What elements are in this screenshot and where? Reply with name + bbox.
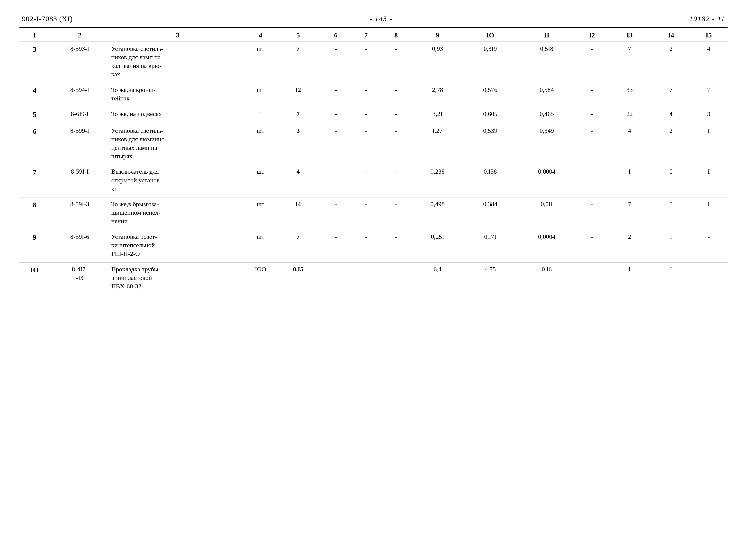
cell-6-c14: 5 — [652, 197, 690, 228]
spacer-row — [20, 122, 727, 124]
cell-8-c8: - — [381, 262, 411, 293]
cell-1-c6: - — [321, 42, 351, 81]
cell-4-c6: - — [321, 124, 351, 163]
cell-6-c6: - — [321, 197, 351, 228]
cell-4-c4: шт — [246, 124, 276, 163]
cell-8-c5: 0,I5 — [276, 262, 321, 293]
cell-2-c11: 0,584 — [517, 83, 577, 105]
cell-7-c10: 0,I7I — [464, 230, 517, 261]
col-header-8: 8 — [381, 28, 411, 42]
header-left: 902-I-7083 (XI) — [22, 15, 73, 23]
cell-1-c12: - — [577, 42, 607, 81]
header-right: 19182 - 11 — [689, 15, 725, 23]
cell-7-c5: 7 — [276, 230, 321, 261]
cell-2-c10: 0,576 — [464, 83, 517, 105]
cell-4-c10: 0,539 — [464, 124, 517, 163]
cell-1-c15: 4 — [690, 42, 727, 81]
cell-4-c7: - — [351, 124, 381, 163]
table-row: 98-59I-6Установка розет-ки штепсельнойРШ… — [20, 230, 727, 261]
col-header-14: I4 — [652, 28, 690, 42]
cell-1-c14: 2 — [652, 42, 690, 81]
cell-6-c12: - — [577, 197, 607, 228]
cell-8-c15: - — [690, 262, 727, 293]
cell-6-c15: I — [690, 197, 727, 228]
cell-7-c1: 9 — [20, 230, 50, 261]
col-header-5: 5 — [276, 28, 321, 42]
page-header: 902-I-7083 (XI) - 145 - 19182 - 11 — [20, 15, 727, 23]
col-header-1: I — [20, 28, 50, 42]
cell-7-c3: Установка розет-ки штепсельнойРШ-П-2-О — [110, 230, 246, 261]
cell-8-c4: IOO — [246, 262, 276, 293]
cell-6-c8: - — [381, 197, 411, 228]
table-row: 48-594-IТо же,на кронш-тейнахштI2---2,78… — [20, 83, 727, 105]
cell-7-c15: - — [690, 230, 727, 261]
col-header-9: 9 — [411, 28, 464, 42]
cell-7-c13: 2 — [607, 230, 652, 261]
cell-5-c2: 8-59I-I — [50, 165, 110, 195]
cell-2-c3: То же,на кронш-тейнах — [110, 83, 246, 105]
cell-5-c6: - — [321, 165, 351, 195]
cell-2-c1: 4 — [20, 83, 50, 105]
table-row: 58-6I9-IТо же, на подвесах"7---3,2I0,605… — [20, 107, 727, 122]
col-header-7: 7 — [351, 28, 381, 42]
cell-1-c11: 0,5I8 — [517, 42, 577, 81]
cell-2-c5: I2 — [276, 83, 321, 105]
cell-3-c6: - — [321, 107, 351, 122]
cell-5-c4: шт — [246, 165, 276, 195]
cell-3-c13: 22 — [607, 107, 652, 122]
table-row: 78-59I-IВыключатель дляоткрытой установ-… — [20, 165, 727, 195]
cell-6-c4: шт — [246, 197, 276, 228]
col-header-10: IO — [464, 28, 517, 42]
main-table: I 2 3 4 5 6 7 8 9 IO II I2 I3 I4 I5 38-5… — [20, 27, 727, 295]
cell-3-c11: 0,465 — [517, 107, 577, 122]
cell-7-c11: 0,0004 — [517, 230, 577, 261]
cell-4-c11: 0,349 — [517, 124, 577, 163]
spacer-row — [20, 228, 727, 230]
cell-4-c2: 8-599-I — [50, 124, 110, 163]
cell-6-c2: 8-59I-3 — [50, 197, 110, 228]
cell-1-c1: 3 — [20, 42, 50, 81]
cell-2-c15: 7 — [690, 83, 727, 105]
cell-2-c6: - — [321, 83, 351, 105]
cell-3-c9: 3,2I — [411, 107, 464, 122]
cell-2-c8: - — [381, 83, 411, 105]
cell-3-c7: - — [351, 107, 381, 122]
col-header-4: 4 — [246, 28, 276, 42]
cell-7-c14: I — [652, 230, 690, 261]
cell-5-c9: 0,238 — [411, 165, 464, 195]
cell-4-c5: 3 — [276, 124, 321, 163]
col-header-2: 2 — [50, 28, 110, 42]
cell-5-c11: 0,0004 — [517, 165, 577, 195]
cell-4-c1: 6 — [20, 124, 50, 163]
cell-7-c7: - — [351, 230, 381, 261]
cell-3-c4: " — [246, 107, 276, 122]
cell-4-c9: I,27 — [411, 124, 464, 163]
cell-6-c11: 0,0II — [517, 197, 577, 228]
cell-1-c2: 8-593-I — [50, 42, 110, 81]
cell-4-c15: I — [690, 124, 727, 163]
cell-3-c5: 7 — [276, 107, 321, 122]
cell-6-c10: 0,384 — [464, 197, 517, 228]
cell-5-c3: Выключатель дляоткрытой установ-ки — [110, 165, 246, 195]
cell-1-c13: 7 — [607, 42, 652, 81]
col-header-3: 3 — [110, 28, 246, 42]
cell-2-c9: 2,78 — [411, 83, 464, 105]
col-header-11: II — [517, 28, 577, 42]
spacer-row — [20, 195, 727, 197]
spacer-row — [20, 81, 727, 83]
cell-1-c5: 7 — [276, 42, 321, 81]
table-row: IO8-4I7--I3Прокладка трубывинипластовойП… — [20, 262, 727, 293]
spacer-row — [20, 163, 727, 165]
cell-2-c2: 8-594-I — [50, 83, 110, 105]
cell-7-c9: 0,25I — [411, 230, 464, 261]
table-row: 68-599-IУстановка светиль-ников для люми… — [20, 124, 727, 163]
cell-1-c4: шт — [246, 42, 276, 81]
cell-3-c14: 4 — [652, 107, 690, 122]
cell-6-c9: 0,498 — [411, 197, 464, 228]
cell-3-c15: 3 — [690, 107, 727, 122]
cell-8-c7: - — [351, 262, 381, 293]
cell-7-c2: 8-59I-6 — [50, 230, 110, 261]
cell-3-c10: 0,605 — [464, 107, 517, 122]
cell-8-c6: - — [321, 262, 351, 293]
cell-1-c8: - — [381, 42, 411, 81]
